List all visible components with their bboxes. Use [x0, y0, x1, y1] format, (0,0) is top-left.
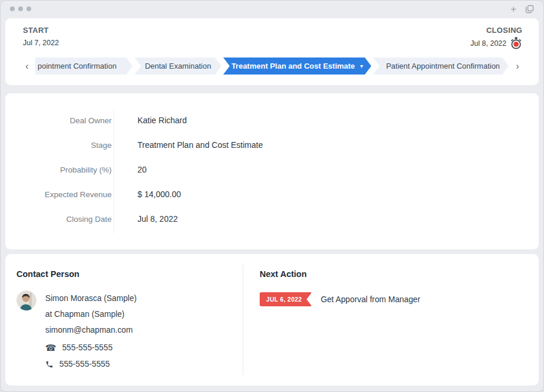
active-stage-label: Treatment Plan and Cost Estimate	[231, 62, 355, 70]
start-label: START	[23, 26, 59, 35]
start-date: Jul 7, 2022	[23, 39, 59, 47]
window-control-dot[interactable]	[18, 6, 23, 11]
field-value: Treatment Plan and Cost Estimate	[113, 140, 263, 150]
new-tab-icon[interactable]: +	[511, 4, 516, 14]
window-control-dot[interactable]	[10, 6, 15, 11]
field-label: Closing Date	[5, 215, 113, 224]
desk-phone-icon: ☎	[45, 343, 56, 352]
start-closing-row: START Jul 7, 2022 CLOSING Jul 8, 2022	[5, 18, 539, 49]
contact-email[interactable]: simonm@chapman.com	[45, 322, 137, 338]
stage-patient-appointment-confirmation[interactable]: Patient Appointment Confirmation	[373, 58, 509, 75]
contact-person-title: Contact Person	[16, 269, 243, 279]
start-block: START Jul 7, 2022	[23, 26, 59, 49]
field-label: Stage	[5, 141, 113, 150]
closing-date: Jul 8, 2022	[471, 39, 506, 48]
next-action-section: Next Action JUL 6, 2022 Get Apporval fro…	[243, 254, 539, 386]
field-label: Probability (%)	[5, 165, 113, 174]
office-phone-number[interactable]: 555-555-5555	[62, 343, 113, 352]
window-control-dot[interactable]	[26, 6, 31, 11]
field-value: $ 14,000.00	[113, 190, 181, 199]
field-label: Expected Revenue	[5, 190, 113, 199]
stage-appointment-confirmation[interactable]: pointment Confirmation	[35, 58, 133, 75]
contact-action-card: Contact Person Simon Morasca (Sample)	[5, 254, 539, 386]
detail-row-stage: Stage Treatment Plan and Cost Estimate	[5, 133, 539, 157]
label-value-divider	[113, 109, 114, 234]
pipeline-scroll-left-icon[interactable]: ‹	[17, 58, 33, 75]
mobile-phone-number[interactable]: 555-555-5555	[59, 360, 110, 369]
stage-treatment-plan-active[interactable]: Treatment Plan and Cost Estimate ▾	[223, 58, 371, 75]
contact-person-section: Contact Person Simon Morasca (Sample)	[5, 254, 243, 386]
phone-handset-icon	[45, 360, 53, 369]
titlebar-actions: +	[511, 4, 534, 14]
field-label: Deal Owner	[5, 116, 113, 125]
contact-name[interactable]: Simon Morasca (Sample)	[45, 290, 137, 306]
field-value: 20	[113, 165, 147, 174]
app-window: + START Jul 7, 2022 CLOSING Jul 8, 2022	[0, 0, 544, 392]
detail-row-probability: Probability (%) 20	[5, 157, 539, 182]
contact-avatar[interactable]	[16, 290, 36, 310]
pipeline-scroll-right-icon[interactable]: ›	[511, 58, 527, 75]
window-controls[interactable]	[10, 6, 31, 11]
stopwatch-icon	[510, 37, 522, 49]
window-titlebar: +	[1, 1, 543, 17]
detail-row-closing-date: Closing Date Jul 8, 2022	[5, 207, 539, 231]
page-content: START Jul 7, 2022 CLOSING Jul 8, 2022	[1, 17, 543, 386]
deal-details-card: Deal Owner Katie Richard Stage Treatment…	[5, 93, 539, 249]
chevron-down-icon[interactable]: ▾	[360, 63, 363, 69]
stage-label: Patient Appointment Confirmation	[386, 62, 500, 70]
detail-row-expected-revenue: Expected Revenue $ 14,000.00	[5, 182, 539, 207]
field-value: Jul 8, 2022	[113, 214, 178, 224]
office-phone-row[interactable]: ☎ 555-555-5555	[45, 343, 137, 352]
action-date-badge: JUL 6, 2022	[260, 292, 312, 306]
next-action-title: Next Action	[260, 269, 539, 279]
duplicate-icon[interactable]	[525, 5, 534, 13]
mobile-phone-row[interactable]: 555-555-5555	[45, 360, 137, 369]
action-description[interactable]: Get Apporval from Manager	[321, 295, 420, 304]
contact-company: at Chapman (Sample)	[45, 306, 137, 322]
field-value: Katie Richard	[113, 116, 187, 125]
detail-row-deal-owner: Deal Owner Katie Richard	[5, 108, 539, 133]
closing-label: CLOSING	[471, 26, 522, 35]
section-divider	[243, 265, 243, 375]
stage-dental-examination[interactable]: Dental Examination	[135, 58, 221, 75]
stage-pipeline: ‹ pointment Confirmation Dental Examinat…	[17, 58, 527, 75]
closing-block: CLOSING Jul 8, 2022	[471, 26, 522, 49]
deal-timeline-card: START Jul 7, 2022 CLOSING Jul 8, 2022	[5, 18, 539, 85]
